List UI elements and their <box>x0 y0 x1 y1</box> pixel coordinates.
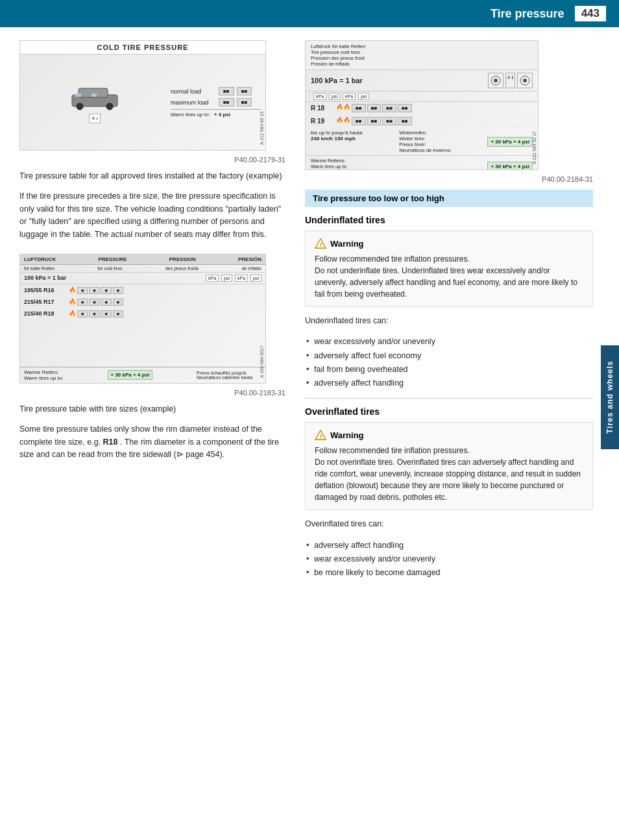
right-img-code: A 212 584 02 17 <box>532 46 537 164</box>
bullet-item: fail from being overheated <box>305 363 593 377</box>
header-page: 443 <box>575 6 606 21</box>
svg-text:!: ! <box>320 241 322 248</box>
body-text-2: Some tire pressure tables only show the … <box>19 423 285 461</box>
overinflated-intro: Overinflated tires can: <box>305 518 593 530</box>
cold-tire-header: COLD TIRE PRESSURE <box>20 41 265 55</box>
svg-rect-5 <box>91 93 97 97</box>
warm-tires-value: + 4 psi <box>214 112 230 117</box>
max-load-label: maximum load <box>171 99 216 106</box>
bullet-item: wear excessively and/or unevenly <box>305 552 593 566</box>
warm-reifen-label2: Warm tires up to: <box>24 375 64 381</box>
right-column: Luftdruck für kalte Reifen: Tire pressur… <box>298 40 619 588</box>
underinflated-warning-text: Follow recommended tire inflation pressu… <box>315 253 583 300</box>
right-top-caption: P40.00-2184-31 <box>305 175 593 183</box>
top-image-caption: P40.00-2179-31 <box>19 156 285 164</box>
underinflated-warning-box: ! Warning Follow recommended tire inflat… <box>305 230 593 307</box>
mid-image-desc: Tire pressure table with tire sizes (exa… <box>19 403 285 415</box>
luft-sub-fr: des pneus froids <box>165 266 199 271</box>
luft-sub-de: für kalte Reifen <box>24 266 55 271</box>
warning-triangle-icon-1: ! <box>315 238 326 249</box>
underinflated-intro: Underinflated tires can: <box>305 315 593 327</box>
section-heading: Tire pressure too low or too high <box>305 190 593 207</box>
underinflated-heading: Underinflated tires <box>305 215 593 225</box>
header-bar: Tire pressure 443 <box>0 0 619 27</box>
underinflated-warning-title: ! Warning <box>315 238 583 249</box>
tire-size-3: 215/40 R18 <box>24 310 66 317</box>
right-img-title-2: Tire pressure cold tires <box>311 49 533 55</box>
bullet-item: be more likely to become damaged <box>305 566 593 580</box>
r18-row: R 18 <box>311 105 334 112</box>
right-kpa-label: 100 kPa = 1 bar <box>311 77 363 84</box>
top-image-desc: Tire pressure table for all approved tir… <box>19 170 285 182</box>
svg-point-9 <box>523 79 527 82</box>
bullet-item: adversely affect handling <box>305 377 593 390</box>
right-img-title-4: Presión de inflado <box>311 61 533 67</box>
svg-rect-4 <box>75 93 81 97</box>
winter-de: Winterreifen: <box>399 130 483 136</box>
luftdruck-header-en: PRESSURE <box>98 256 127 262</box>
svg-point-2 <box>77 103 83 110</box>
main-content: COLD TIRE PRESSURE <box>0 27 619 588</box>
overinflated-warning-title: ! Warning <box>315 429 583 441</box>
right-top-image: Luftdruck für kalte Reifen: Tire pressur… <box>305 40 539 170</box>
luft-sub-es: de Inflatio <box>242 266 261 271</box>
winter-fr: Pneus hiver: <box>399 142 483 147</box>
luftdruck-image: LUFTDRUCK PRESSURE PRESSION PRESIÓN für … <box>19 254 266 384</box>
overinflated-warning-text: Follow recommended tire inflation pressu… <box>315 445 583 503</box>
svg-point-7 <box>494 79 498 82</box>
overinflated-heading: Overinflated tires <box>305 406 593 417</box>
luft-sub-en: for cold tires <box>97 266 122 271</box>
warning-triangle-icon-2: ! <box>315 429 326 441</box>
header-title: Tire pressure <box>491 7 564 21</box>
mid-image-caption: P40.00-2183-31 <box>19 389 285 397</box>
warm-tires-right-en: Warm tires up to: <box>311 164 483 169</box>
speed-value: 240 km/h 150 mph <box>311 136 395 142</box>
normal-load-label: normal load <box>171 88 216 95</box>
luftdruck-header-es: PRESIÓN <box>238 256 261 262</box>
settings-icon <box>490 75 502 86</box>
overinflated-bullets: adversely affect handling wear excessive… <box>305 539 593 580</box>
bullet-item: adversely affect fuel economy <box>305 349 593 363</box>
r19-row: R 19 <box>311 117 334 125</box>
right-warm-value-2: + 30 kPa + 4 psi <box>487 162 533 170</box>
right-img-title-1: Luftdruck für kalte Reifen: <box>311 43 533 49</box>
warm-tires-right-es: Neumáticos calientes hasta: <box>311 169 483 170</box>
svg-text:!: ! <box>320 433 322 440</box>
warm-note: Pneus échauffés jusqu'à: Neumáticos cali… <box>197 371 261 380</box>
tire-size-1: 195/55 R16 <box>24 287 66 293</box>
image-code-top: A 212 584-00 15 <box>260 46 264 145</box>
bullet-item: wear excessively and/or unevenly <box>305 335 593 349</box>
car-icon <box>66 82 124 111</box>
winter-es: Neumáticos de invierno: <box>399 147 483 153</box>
body-text-1: If the tire pressure precedes a tire siz… <box>19 190 285 241</box>
speed-range: bis up to jusqu'à hasta <box>311 130 395 136</box>
luftdruck-header-de: LUFTDRUCK <box>24 256 56 262</box>
mid-image-code: A 169-584-5017 <box>260 260 264 378</box>
settings-icon-2 <box>519 75 531 86</box>
right-img-title-3: Pression des pneus froid <box>311 55 533 61</box>
warm-reifen-right: Warme Reifens: <box>311 158 483 164</box>
underinflated-bullets: wear excessively and/or unevenly adverse… <box>305 335 593 390</box>
winter-en: Winter tires: <box>399 136 483 142</box>
warm-reifen-label: Warme Reifen: <box>24 369 64 375</box>
warm-tires-label: Warm tires up to: <box>171 112 210 117</box>
overinflated-warning-box: ! Warning Follow recommended tire inflat… <box>305 422 593 510</box>
tire-size-2: 215/45 R17 <box>24 299 66 305</box>
right-warm-value: + 30 kPa + 4 psi <box>487 137 533 147</box>
r18-bold: R18 <box>103 438 118 447</box>
luftdruck-header-fr: PRESSION <box>169 256 196 262</box>
warm-reifen-value: + 30 kPa + 4 psi <box>108 370 153 380</box>
cold-tire-pressure-image: COLD TIRE PRESSURE <box>19 40 266 151</box>
bullet-item: adversely affect handling <box>305 539 593 552</box>
left-column: COLD TIRE PRESSURE <box>0 40 298 588</box>
svg-point-3 <box>106 103 113 110</box>
kpa-label-mid: 100 kPa = 1 bar <box>24 275 66 281</box>
divider <box>305 398 593 399</box>
